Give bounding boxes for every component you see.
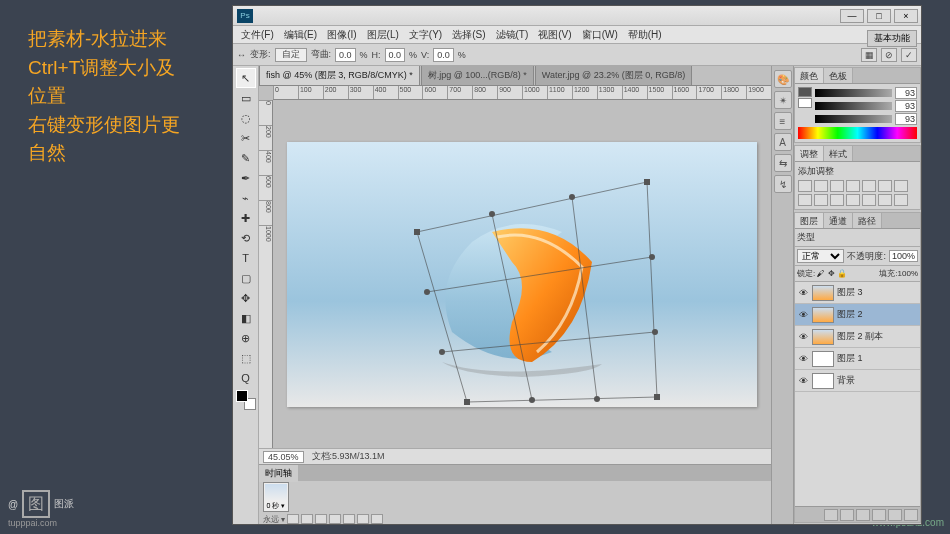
- warp-mode-select[interactable]: 自定: [275, 48, 307, 62]
- minimize-button[interactable]: —: [840, 9, 864, 23]
- delete-layer-button[interactable]: [904, 509, 918, 521]
- b-slider[interactable]: [815, 115, 892, 123]
- adjust-icon[interactable]: [798, 180, 812, 192]
- tab-paths[interactable]: 路径: [853, 213, 882, 228]
- tool-quickmask[interactable]: Q: [236, 368, 256, 388]
- tool-shape[interactable]: ▢: [236, 268, 256, 288]
- visibility-icon[interactable]: 👁: [797, 310, 809, 320]
- tool-crop[interactable]: ✂: [236, 128, 256, 148]
- tool-gradient[interactable]: ◧: [236, 308, 256, 328]
- maximize-button[interactable]: □: [867, 9, 891, 23]
- adjust-icon[interactable]: [878, 180, 892, 192]
- tool-lasso[interactable]: ◌: [236, 108, 256, 128]
- timeline-frame[interactable]: 0 秒 ▾: [263, 482, 289, 512]
- lock-buttons[interactable]: 🖌 ✥ 🔒: [817, 269, 846, 278]
- menu-image[interactable]: 图像(I): [323, 27, 360, 43]
- zoom-level[interactable]: 45.05%: [263, 451, 304, 463]
- g-slider[interactable]: [815, 102, 892, 110]
- layer-row[interactable]: 👁背景: [795, 370, 920, 392]
- close-button[interactable]: ×: [894, 9, 918, 23]
- visibility-icon[interactable]: 👁: [797, 376, 809, 386]
- tl-next-button[interactable]: [329, 514, 341, 524]
- blend-mode-select[interactable]: 正常: [797, 249, 844, 263]
- menu-filter[interactable]: 滤镜(T): [492, 27, 533, 43]
- menu-help[interactable]: 帮助(H): [624, 27, 666, 43]
- group-button[interactable]: [872, 509, 886, 521]
- tab-color[interactable]: 颜色: [795, 68, 824, 83]
- adjust-icon[interactable]: [814, 194, 828, 206]
- strip-char-icon[interactable]: A: [774, 133, 792, 151]
- h-input[interactable]: 0.0: [385, 48, 406, 62]
- menu-edit[interactable]: 编辑(E): [280, 27, 321, 43]
- layer-row[interactable]: 👁图层 2 副本: [795, 326, 920, 348]
- tl-play-button[interactable]: [315, 514, 327, 524]
- adjust-icon[interactable]: [894, 194, 908, 206]
- adjust-icon[interactable]: [846, 180, 860, 192]
- loop-select[interactable]: 永远 ▾: [263, 514, 285, 525]
- fx-button[interactable]: [824, 509, 838, 521]
- r-value[interactable]: 93: [895, 87, 917, 99]
- visibility-icon[interactable]: 👁: [797, 288, 809, 298]
- tool-hand[interactable]: ✥: [236, 288, 256, 308]
- canvas[interactable]: [287, 142, 757, 407]
- tool-zoom[interactable]: ⊕: [236, 328, 256, 348]
- adjust-icon[interactable]: [830, 194, 844, 206]
- adjust-icon[interactable]: [798, 194, 812, 206]
- tool-eraser[interactable]: ⟲: [236, 228, 256, 248]
- ruler-vertical[interactable]: 02004006008001000: [259, 100, 273, 448]
- menu-window[interactable]: 窗口(W): [578, 27, 622, 43]
- tl-first-button[interactable]: [287, 514, 299, 524]
- visibility-icon[interactable]: 👁: [797, 354, 809, 364]
- tool-brush[interactable]: ✒: [236, 168, 256, 188]
- menu-select[interactable]: 选择(S): [448, 27, 489, 43]
- color-swatches[interactable]: [236, 390, 256, 410]
- mask-button[interactable]: [840, 509, 854, 521]
- ruler-horizontal[interactable]: 0100200300400500600700800900100011001200…: [273, 86, 771, 100]
- tool-stamp[interactable]: ⌁: [236, 188, 256, 208]
- strip-adjust-icon[interactable]: ≡: [774, 112, 792, 130]
- workspace-switcher[interactable]: 基本功能: [867, 30, 917, 46]
- visibility-icon[interactable]: 👁: [797, 332, 809, 342]
- color-spectrum[interactable]: [798, 127, 917, 139]
- adjust-icon[interactable]: [894, 180, 908, 192]
- strip-color-icon[interactable]: 🎨: [774, 70, 792, 88]
- layer-row[interactable]: 👁图层 2: [795, 304, 920, 326]
- layer-filter-kind[interactable]: 类型: [797, 231, 815, 244]
- strip-actions-icon[interactable]: ↯: [774, 175, 792, 193]
- adjust-icon[interactable]: [830, 180, 844, 192]
- menu-layer[interactable]: 图层(L): [363, 27, 403, 43]
- doc-tab[interactable]: Water.jpg @ 23.2% (图层 0, RGB/8): [535, 66, 692, 85]
- tab-adjust[interactable]: 调整: [795, 146, 824, 161]
- strip-swatch-icon[interactable]: ✴: [774, 91, 792, 109]
- tool-move[interactable]: ↖: [236, 68, 256, 88]
- strip-history-icon[interactable]: ⇆: [774, 154, 792, 172]
- commit-transform-button[interactable]: ✓: [901, 48, 917, 62]
- warp-grid-icon[interactable]: ▦: [861, 48, 877, 62]
- color-fgbg[interactable]: [798, 87, 812, 125]
- timeline-tab[interactable]: 时间轴: [259, 465, 298, 482]
- doc-tab-active[interactable]: fish @ 45% (图层 3, RGB/8/CMYK) *: [259, 66, 420, 85]
- tab-styles[interactable]: 样式: [824, 146, 853, 161]
- adjust-icon[interactable]: [814, 180, 828, 192]
- transform-icon[interactable]: ↔: [237, 50, 246, 60]
- cancel-transform-button[interactable]: ⊘: [881, 48, 897, 62]
- tl-last-button[interactable]: [343, 514, 355, 524]
- adjust-icon[interactable]: [862, 194, 876, 206]
- tl-new-button[interactable]: [357, 514, 369, 524]
- tab-swatches[interactable]: 色板: [824, 68, 853, 83]
- tab-channels[interactable]: 通道: [824, 213, 853, 228]
- menu-text[interactable]: 文字(Y): [405, 27, 446, 43]
- tool-marquee[interactable]: ▭: [236, 88, 256, 108]
- tool-artboard[interactable]: ⬚: [236, 348, 256, 368]
- canvas-area[interactable]: [273, 100, 771, 448]
- doc-tab[interactable]: 树.jpg @ 100...(RGB/8) *: [421, 66, 534, 85]
- menu-file[interactable]: 文件(F): [237, 27, 278, 43]
- adjust-icon[interactable]: [878, 194, 892, 206]
- v-input[interactable]: 0.0: [433, 48, 454, 62]
- bend-input[interactable]: 0.0: [335, 48, 356, 62]
- layer-row[interactable]: 👁图层 1: [795, 348, 920, 370]
- adjust-layer-button[interactable]: [856, 509, 870, 521]
- opacity-input[interactable]: 100%: [889, 250, 918, 262]
- tab-layers[interactable]: 图层: [795, 213, 824, 228]
- layer-row[interactable]: 👁图层 3: [795, 282, 920, 304]
